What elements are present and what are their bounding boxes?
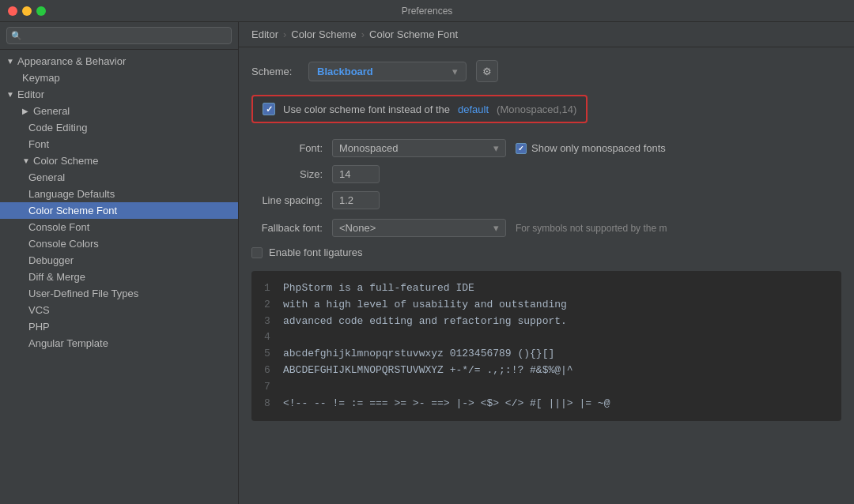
use-scheme-font-text: Use color scheme font instead of the xyxy=(283,103,450,115)
use-scheme-font-row: ✓ Use color scheme font instead of the d… xyxy=(251,95,588,123)
search-icon: 🔍 xyxy=(11,31,22,41)
font-dropdown[interactable]: Monospaced ▾ xyxy=(332,139,506,157)
ligatures-row: Enable font ligatures xyxy=(251,246,841,258)
sidebar-item-appearance[interactable]: ▼ Appearance & Behavior xyxy=(0,53,238,70)
expand-arrow-icon: ▼ xyxy=(22,156,30,165)
content-body: Scheme: Blackboard ▾ ⚙ ✓ Use color schem… xyxy=(239,47,854,504)
ligatures-checkbox[interactable] xyxy=(251,247,263,258)
sidebar: 🔍 ▼ Appearance & Behavior Keymap ▼ Edito… xyxy=(0,22,239,504)
default-note: (Monospaced,14) xyxy=(497,103,576,115)
sidebar-item-debugger[interactable]: Debugger xyxy=(0,252,238,269)
line-spacing-label: Line spacing: xyxy=(251,194,323,206)
code-text: <!-- -- != := === >= >- ==> |-> <$> </> … xyxy=(283,396,610,412)
use-scheme-font-checkbox[interactable]: ✓ xyxy=(263,103,275,115)
breadcrumb-current: Color Scheme Font xyxy=(369,28,458,40)
checkmark-icon: ✓ xyxy=(266,104,273,115)
fallback-dropdown[interactable]: <None> ▾ xyxy=(332,219,506,237)
window-title: Preferences xyxy=(402,6,453,17)
fallback-row: Fallback font: <None> ▾ For symbols not … xyxy=(251,219,841,237)
scheme-dropdown[interactable]: Blackboard ▾ xyxy=(308,62,467,81)
breadcrumb-sep-1: › xyxy=(283,28,286,40)
sidebar-item-color-scheme[interactable]: ▼ Color Scheme xyxy=(0,152,238,169)
line-number: 3 xyxy=(264,314,274,330)
fallback-arrow-icon: ▾ xyxy=(493,222,499,234)
code-line-6: 6 ABCDEFGHIJKLMNOPQRSTUVWXYZ +-*/= .,;:!… xyxy=(264,363,829,379)
sidebar-item-angular[interactable]: Angular Template xyxy=(0,335,238,352)
minimize-button[interactable] xyxy=(22,6,32,16)
line-number: 2 xyxy=(264,297,274,314)
code-line-2: 2 with a high level of usability and out… xyxy=(264,297,829,314)
line-number: 7 xyxy=(264,379,274,396)
code-preview: 1 PhpStorm is a full-featured IDE 2 with… xyxy=(251,271,841,421)
maximize-button[interactable] xyxy=(36,6,46,16)
window-controls xyxy=(8,6,46,16)
titlebar: Preferences xyxy=(0,0,854,22)
breadcrumb-editor: Editor xyxy=(251,28,278,40)
sidebar-item-language-defaults[interactable]: Language Defaults xyxy=(0,186,238,202)
gear-button[interactable]: ⚙ xyxy=(476,60,498,82)
search-wrapper: 🔍 xyxy=(6,27,232,44)
sidebar-item-code-editing[interactable]: Code Editing xyxy=(0,119,238,136)
font-dropdown-arrow-icon: ▾ xyxy=(493,142,499,154)
line-number: 6 xyxy=(264,363,274,379)
search-input[interactable] xyxy=(6,27,232,44)
sidebar-item-keymap[interactable]: Keymap xyxy=(0,70,238,86)
scheme-label: Scheme: xyxy=(251,66,299,77)
font-label: Font: xyxy=(251,142,323,154)
line-number: 1 xyxy=(264,280,274,297)
default-link[interactable]: default xyxy=(458,103,489,115)
code-line-7: 7 xyxy=(264,379,829,396)
sidebar-item-php[interactable]: PHP xyxy=(0,318,238,335)
sidebar-item-user-file-types[interactable]: User-Defined File Types xyxy=(0,285,238,302)
expand-arrow-icon: ▼ xyxy=(6,90,14,99)
close-button[interactable] xyxy=(8,6,17,16)
dropdown-arrow-icon: ▾ xyxy=(452,66,458,77)
monospaced-checkmark-icon: ✓ xyxy=(518,145,524,152)
line-number: 8 xyxy=(264,396,274,412)
expand-arrow-icon: ▶ xyxy=(22,107,30,115)
gear-icon: ⚙ xyxy=(482,66,492,77)
scheme-row: Scheme: Blackboard ▾ ⚙ xyxy=(251,60,841,82)
sidebar-tree: ▼ Appearance & Behavior Keymap ▼ Editor … xyxy=(0,50,238,504)
fallback-value: <None> xyxy=(339,222,376,234)
sidebar-item-vcs[interactable]: VCS xyxy=(0,302,238,318)
sidebar-item-console-font[interactable]: Console Font xyxy=(0,219,238,235)
code-text: ABCDEFGHIJKLMNOPQRSTUVWXYZ +-*/= .,;:!? … xyxy=(283,363,573,379)
ligatures-label: Enable font ligatures xyxy=(269,246,363,258)
code-line-8: 8 <!-- -- != := === >= >- ==> |-> <$> </… xyxy=(264,396,829,412)
content-panel: Editor › Color Scheme › Color Scheme Fon… xyxy=(239,22,854,504)
line-number: 4 xyxy=(264,329,274,346)
size-input[interactable] xyxy=(332,165,380,183)
monospaced-checkbox[interactable]: ✓ xyxy=(516,143,527,154)
code-line-5: 5 abcdefghijklmnopqrstuvwxyz 0123456789 … xyxy=(264,346,829,363)
expand-arrow-icon: ▼ xyxy=(6,57,14,66)
breadcrumb: Editor › Color Scheme › Color Scheme Fon… xyxy=(239,22,854,47)
sidebar-item-cs-general[interactable]: General xyxy=(0,169,238,186)
code-text: abcdefghijklmnopqrstuvwxyz 0123456789 ()… xyxy=(283,346,554,363)
font-value: Monospaced xyxy=(339,142,398,154)
monospaced-label: Show only monospaced fonts xyxy=(531,142,666,154)
sidebar-item-console-colors[interactable]: Console Colors xyxy=(0,235,238,252)
fallback-hint: For symbols not supported by the m xyxy=(516,223,667,234)
sidebar-item-general[interactable]: ▶ General xyxy=(0,103,238,119)
code-text: with a high level of usability and outst… xyxy=(283,297,567,314)
code-line-1: 1 PhpStorm is a full-featured IDE xyxy=(264,280,829,297)
breadcrumb-color-scheme: Color Scheme xyxy=(291,28,356,40)
fallback-label: Fallback font: xyxy=(251,222,323,234)
sidebar-item-font[interactable]: Font xyxy=(0,136,238,152)
code-text: advanced code editing and refactoring su… xyxy=(283,314,567,330)
scheme-value: Blackboard xyxy=(317,66,373,77)
breadcrumb-sep-2: › xyxy=(361,28,365,40)
line-number: 5 xyxy=(264,346,274,363)
monospaced-checkbox-row: ✓ Show only monospaced fonts xyxy=(516,142,666,154)
size-label: Size: xyxy=(251,168,323,180)
main-layout: 🔍 ▼ Appearance & Behavior Keymap ▼ Edito… xyxy=(0,22,854,504)
sidebar-item-diff-merge[interactable]: Diff & Merge xyxy=(0,269,238,285)
code-text: PhpStorm is a full-featured IDE xyxy=(283,280,474,297)
code-line-4: 4 xyxy=(264,329,829,346)
sidebar-item-editor[interactable]: ▼ Editor xyxy=(0,86,238,103)
code-line-3: 3 advanced code editing and refactoring … xyxy=(264,314,829,330)
sidebar-item-color-scheme-font[interactable]: Color Scheme Font xyxy=(0,202,238,219)
line-spacing-input[interactable] xyxy=(332,191,380,209)
search-bar: 🔍 xyxy=(0,22,238,50)
